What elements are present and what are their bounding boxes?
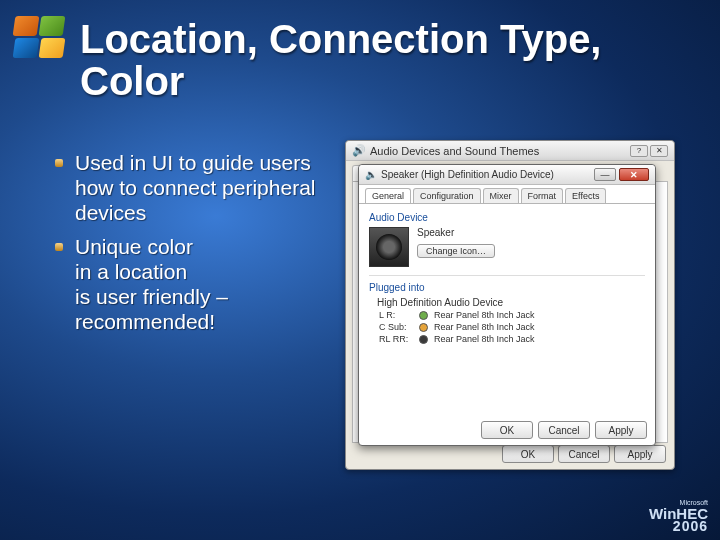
controller-name: High Definition Audio Device [377, 297, 645, 308]
minimize-button[interactable]: — [594, 168, 616, 181]
close-button[interactable]: ✕ [619, 168, 649, 181]
footer-branding: MicrosoftWinHEC 2006 [649, 496, 708, 532]
jack-desc: Rear Panel 8th Inch Jack [434, 334, 535, 344]
tab-format[interactable]: Format [521, 188, 564, 203]
jack-row: C Sub: Rear Panel 8th Inch Jack [379, 322, 645, 332]
close-button[interactable]: ✕ [650, 145, 668, 157]
apply-button[interactable]: Apply [595, 421, 647, 439]
jack-desc: Rear Panel 8th Inch Jack [434, 310, 535, 320]
section-plugged-into: Plugged into [369, 282, 645, 293]
jack-color-dot [419, 311, 428, 320]
jack-row: RL RR: Rear Panel 8th Inch Jack [379, 334, 645, 344]
ok-button[interactable]: OK [502, 445, 554, 463]
jack-channel-label: L R: [379, 310, 413, 320]
jack-list: L R: Rear Panel 8th Inch Jack C Sub: Rea… [379, 310, 645, 344]
tab-configuration[interactable]: Configuration [413, 188, 481, 203]
cancel-button[interactable]: Cancel [558, 445, 610, 463]
speaker-properties-window: 🔈 Speaker (High Definition Audio Device)… [358, 164, 656, 446]
slide-title: Location, Connection Type, Color [80, 18, 700, 102]
window-titlebar[interactable]: 🔊 Audio Devices and Sound Themes ? ✕ [346, 141, 674, 161]
speaker-icon: 🔊 [352, 144, 366, 157]
inner-titlebar[interactable]: 🔈 Speaker (High Definition Audio Device)… [359, 165, 655, 185]
inner-body: Audio Device Speaker Change Icon… Plugge… [359, 203, 655, 352]
jack-desc: Rear Panel 8th Inch Jack [434, 322, 535, 332]
device-name: Speaker [417, 227, 645, 238]
tab-effects[interactable]: Effects [565, 188, 606, 203]
apply-button[interactable]: Apply [614, 445, 666, 463]
inner-window-title: Speaker (High Definition Audio Device) [381, 169, 554, 180]
tab-general[interactable]: General [365, 188, 411, 203]
jack-channel-label: C Sub: [379, 322, 413, 332]
jack-row: L R: Rear Panel 8th Inch Jack [379, 310, 645, 320]
bullet-item: Unique color in a location is user frien… [55, 234, 330, 335]
inner-tab-strip: General Configuration Mixer Format Effec… [359, 185, 655, 203]
jack-color-dot [419, 335, 428, 344]
windows-logo-icon [12, 12, 66, 66]
help-button[interactable]: ? [630, 145, 648, 157]
slide-bullets: Used in UI to guide users how to connect… [55, 150, 330, 342]
change-icon-button[interactable]: Change Icon… [417, 244, 495, 258]
cancel-button[interactable]: Cancel [538, 421, 590, 439]
ok-button[interactable]: OK [481, 421, 533, 439]
speaker-icon: 🔈 [365, 169, 377, 181]
window-title: Audio Devices and Sound Themes [370, 145, 539, 157]
device-thumbnail-icon [369, 227, 409, 267]
section-audio-device: Audio Device [369, 212, 645, 223]
jack-color-dot [419, 323, 428, 332]
jack-channel-label: RL RR: [379, 334, 413, 344]
tab-mixer[interactable]: Mixer [483, 188, 519, 203]
bullet-item: Used in UI to guide users how to connect… [55, 150, 330, 226]
